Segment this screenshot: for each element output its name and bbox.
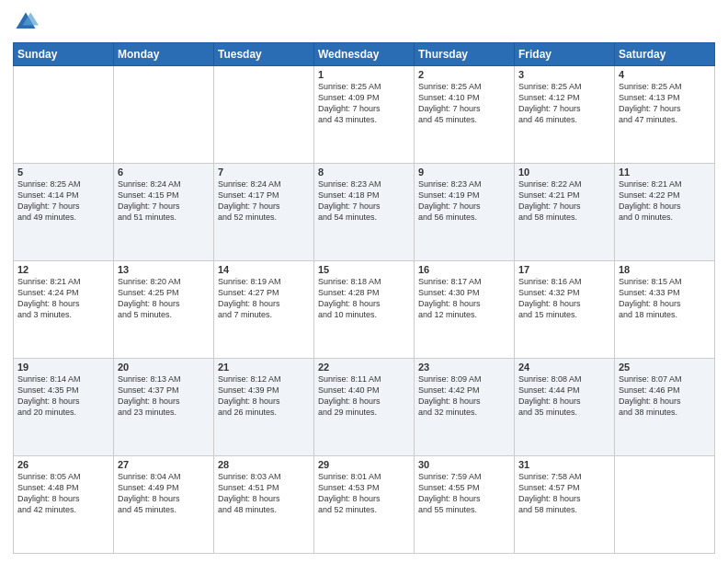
calendar-cell: 10Sunrise: 8:22 AM Sunset: 4:21 PM Dayli… [515,164,615,261]
calendar-cell: 2Sunrise: 8:25 AM Sunset: 4:10 PM Daylig… [415,66,515,164]
day-info: Sunrise: 8:14 AM Sunset: 4:35 PM Dayligh… [17,373,109,419]
day-number: 22 [318,362,410,373]
calendar-cell: 30Sunrise: 7:59 AM Sunset: 4:55 PM Dayli… [415,456,515,554]
calendar-week-3: 12Sunrise: 8:21 AM Sunset: 4:24 PM Dayli… [14,261,715,359]
day-number: 7 [218,167,310,178]
calendar-cell: 17Sunrise: 8:16 AM Sunset: 4:32 PM Dayli… [515,261,615,359]
day-info: Sunrise: 8:23 AM Sunset: 4:18 PM Dayligh… [318,178,410,224]
day-number: 29 [318,459,410,470]
day-number: 17 [518,264,610,275]
day-number: 16 [418,264,510,275]
day-info: Sunrise: 8:01 AM Sunset: 4:53 PM Dayligh… [318,471,410,516]
calendar-cell [214,66,314,164]
calendar-cell: 28Sunrise: 8:03 AM Sunset: 4:51 PM Dayli… [214,456,314,554]
day-info: Sunrise: 8:25 AM Sunset: 4:14 PM Dayligh… [17,178,109,224]
day-info: Sunrise: 8:25 AM Sunset: 4:10 PM Dayligh… [418,81,510,126]
day-info: Sunrise: 8:11 AM Sunset: 4:40 PM Dayligh… [318,373,410,419]
day-number: 30 [418,459,510,470]
day-number: 1 [318,69,410,80]
day-info: Sunrise: 8:08 AM Sunset: 4:44 PM Dayligh… [518,373,610,419]
calendar-cell: 23Sunrise: 8:09 AM Sunset: 4:42 PM Dayli… [415,359,515,456]
day-number: 6 [118,167,210,178]
day-number: 23 [418,362,510,373]
calendar-cell: 12Sunrise: 8:21 AM Sunset: 4:24 PM Dayli… [14,261,114,359]
calendar-cell: 18Sunrise: 8:15 AM Sunset: 4:33 PM Dayli… [615,261,715,359]
day-info: Sunrise: 8:22 AM Sunset: 4:21 PM Dayligh… [518,178,610,224]
calendar-cell: 6Sunrise: 8:24 AM Sunset: 4:15 PM Daylig… [114,164,214,261]
calendar-cell: 4Sunrise: 8:25 AM Sunset: 4:13 PM Daylig… [615,66,715,164]
calendar-cell: 15Sunrise: 8:18 AM Sunset: 4:28 PM Dayli… [314,261,415,359]
day-info: Sunrise: 8:25 AM Sunset: 4:13 PM Dayligh… [619,81,711,126]
day-number: 25 [619,362,711,373]
calendar-cell: 31Sunrise: 7:58 AM Sunset: 4:57 PM Dayli… [515,456,615,554]
day-info: Sunrise: 7:58 AM Sunset: 4:57 PM Dayligh… [518,471,610,516]
day-number: 26 [17,459,109,470]
day-info: Sunrise: 8:25 AM Sunset: 4:09 PM Dayligh… [318,81,410,126]
calendar-cell: 3Sunrise: 8:25 AM Sunset: 4:12 PM Daylig… [515,66,615,164]
day-info: Sunrise: 8:05 AM Sunset: 4:48 PM Dayligh… [17,471,109,516]
calendar-week-2: 5Sunrise: 8:25 AM Sunset: 4:14 PM Daylig… [14,164,715,261]
day-info: Sunrise: 8:03 AM Sunset: 4:51 PM Dayligh… [218,471,310,516]
calendar-cell: 7Sunrise: 8:24 AM Sunset: 4:17 PM Daylig… [214,164,314,261]
calendar-cell: 24Sunrise: 8:08 AM Sunset: 4:44 PM Dayli… [515,359,615,456]
calendar-cell: 20Sunrise: 8:13 AM Sunset: 4:37 PM Dayli… [114,359,214,456]
day-info: Sunrise: 8:13 AM Sunset: 4:37 PM Dayligh… [118,373,210,419]
calendar-cell: 9Sunrise: 8:23 AM Sunset: 4:19 PM Daylig… [415,164,515,261]
calendar-cell: 11Sunrise: 8:21 AM Sunset: 4:22 PM Dayli… [615,164,715,261]
calendar-week-5: 26Sunrise: 8:05 AM Sunset: 4:48 PM Dayli… [14,456,715,554]
day-info: Sunrise: 8:24 AM Sunset: 4:17 PM Dayligh… [218,178,310,224]
day-number: 15 [318,264,410,275]
day-number: 13 [118,264,210,275]
day-info: Sunrise: 8:15 AM Sunset: 4:33 PM Dayligh… [619,276,711,321]
calendar-cell: 5Sunrise: 8:25 AM Sunset: 4:14 PM Daylig… [14,164,114,261]
day-number: 12 [17,264,109,275]
day-number: 2 [418,69,510,80]
calendar-cell: 29Sunrise: 8:01 AM Sunset: 4:53 PM Dayli… [314,456,415,554]
weekday-header-thursday: Thursday [415,43,515,66]
day-number: 24 [518,362,610,373]
calendar-cell: 26Sunrise: 8:05 AM Sunset: 4:48 PM Dayli… [14,456,114,554]
day-info: Sunrise: 8:16 AM Sunset: 4:32 PM Dayligh… [518,276,610,321]
calendar-cell: 8Sunrise: 8:23 AM Sunset: 4:18 PM Daylig… [314,164,415,261]
day-number: 14 [218,264,310,275]
day-number: 18 [619,264,711,275]
weekday-header-friday: Friday [515,43,615,66]
page: SundayMondayTuesdayWednesdayThursdayFrid… [0,0,728,563]
day-info: Sunrise: 8:12 AM Sunset: 4:39 PM Dayligh… [218,373,310,419]
logo [13,9,42,35]
calendar-cell: 25Sunrise: 8:07 AM Sunset: 4:46 PM Dayli… [615,359,715,456]
day-number: 10 [518,167,610,178]
day-number: 9 [418,167,510,178]
calendar-table: SundayMondayTuesdayWednesdayThursdayFrid… [13,42,715,554]
calendar-week-1: 1Sunrise: 8:25 AM Sunset: 4:09 PM Daylig… [14,66,715,164]
day-number: 3 [518,69,610,80]
calendar-week-4: 19Sunrise: 8:14 AM Sunset: 4:35 PM Dayli… [14,359,715,456]
day-info: Sunrise: 8:19 AM Sunset: 4:27 PM Dayligh… [218,276,310,321]
day-number: 27 [118,459,210,470]
day-number: 20 [118,362,210,373]
day-info: Sunrise: 8:24 AM Sunset: 4:15 PM Dayligh… [118,178,210,224]
calendar-cell [615,456,715,554]
day-info: Sunrise: 8:21 AM Sunset: 4:24 PM Dayligh… [17,276,109,321]
calendar-cell: 19Sunrise: 8:14 AM Sunset: 4:35 PM Dayli… [14,359,114,456]
calendar-cell: 14Sunrise: 8:19 AM Sunset: 4:27 PM Dayli… [214,261,314,359]
day-info: Sunrise: 8:18 AM Sunset: 4:28 PM Dayligh… [318,276,410,321]
day-info: Sunrise: 8:20 AM Sunset: 4:25 PM Dayligh… [118,276,210,321]
day-info: Sunrise: 8:21 AM Sunset: 4:22 PM Dayligh… [619,178,711,224]
day-number: 28 [218,459,310,470]
weekday-header-monday: Monday [114,43,214,66]
calendar-cell [14,66,114,164]
day-number: 21 [218,362,310,373]
weekday-header-wednesday: Wednesday [314,43,415,66]
day-info: Sunrise: 7:59 AM Sunset: 4:55 PM Dayligh… [418,471,510,516]
day-number: 19 [17,362,109,373]
day-number: 11 [619,167,711,178]
day-info: Sunrise: 8:07 AM Sunset: 4:46 PM Dayligh… [619,373,711,419]
calendar-cell: 16Sunrise: 8:17 AM Sunset: 4:30 PM Dayli… [415,261,515,359]
day-info: Sunrise: 8:09 AM Sunset: 4:42 PM Dayligh… [418,373,510,419]
day-number: 8 [318,167,410,178]
calendar-cell: 22Sunrise: 8:11 AM Sunset: 4:40 PM Dayli… [314,359,415,456]
calendar-cell: 1Sunrise: 8:25 AM Sunset: 4:09 PM Daylig… [314,66,415,164]
header [13,9,715,35]
day-number: 31 [518,459,610,470]
